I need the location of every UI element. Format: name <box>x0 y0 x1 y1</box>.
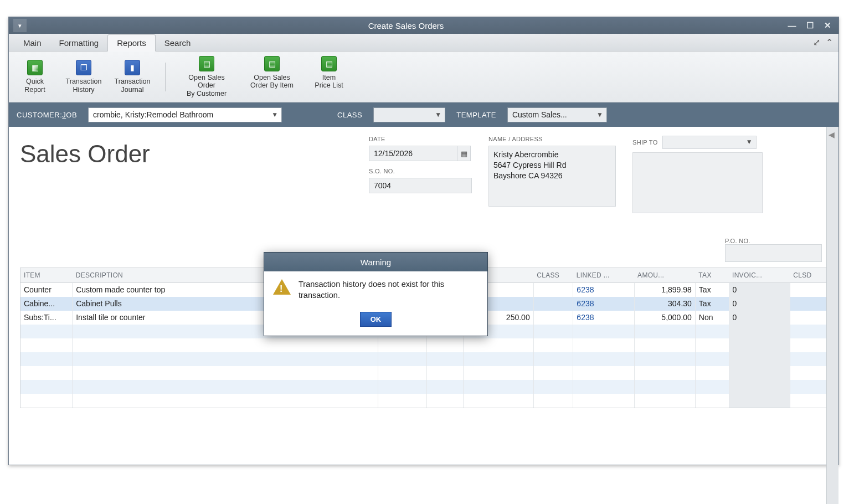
date-label: DATE <box>369 136 472 142</box>
list-icon: ▤ <box>264 56 280 71</box>
toolbar-separator <box>165 63 166 91</box>
warning-icon <box>273 279 291 295</box>
chevron-down-icon: ▼ <box>746 138 753 146</box>
window-titlebar: ▾ Create Sales Orders — ☐ ✕ <box>9 17 838 34</box>
col-item[interactable]: ITEM <box>20 268 73 283</box>
col-class[interactable]: CLASS <box>533 268 573 283</box>
sales-order-window: ▾ Create Sales Orders — ☐ ✕ Main Formatt… <box>8 17 839 465</box>
transaction-journal-button[interactable]: ▮ Transaction Journal <box>113 60 152 94</box>
transaction-history-button[interactable]: ❐ Transaction History <box>64 60 103 94</box>
name-address-box[interactable]: Kristy Abercrombie 5647 Cypress Hill Rd … <box>488 146 616 207</box>
ship-to-dropdown[interactable]: ▼ <box>662 136 757 149</box>
table-row[interactable] <box>20 338 827 352</box>
item-price-list-button[interactable]: ▤ Item Price List <box>310 56 348 90</box>
table-row[interactable] <box>20 352 827 366</box>
ribbon-tabbar: Main Formatting Reports Search ⤢ ⌃ <box>9 34 838 52</box>
so-no-input[interactable] <box>369 178 472 193</box>
ship-to-label: SHIP TO <box>632 139 658 146</box>
template-dropdown[interactable]: Custom Sales... ▼ <box>507 107 607 122</box>
dialog-message: Transaction history does not exist for t… <box>299 279 479 301</box>
collapse-ribbon-icon[interactable]: ⌃ <box>826 37 833 48</box>
window-controls: — ☐ ✕ <box>785 20 834 31</box>
open-sales-order-by-customer-button[interactable]: ▤ Open Sales Order By Customer <box>179 56 234 97</box>
col-linked[interactable]: LINKED ... <box>573 268 634 283</box>
chevron-left-icon: ◀ <box>829 130 835 139</box>
chevron-down-icon: ▼ <box>271 111 278 119</box>
table-row[interactable] <box>20 380 827 394</box>
table-row[interactable] <box>20 366 827 380</box>
col-clsd[interactable]: CLSD <box>790 268 826 283</box>
warning-dialog: Warning Transaction history does not exi… <box>264 252 488 336</box>
quick-report-button[interactable]: ▦ Quick Report <box>16 60 54 94</box>
tab-search[interactable]: Search <box>156 35 200 51</box>
window-title: Create Sales Orders <box>27 21 785 30</box>
po-label: P.O. NO. <box>725 238 822 244</box>
tab-formatting[interactable]: Formatting <box>50 35 108 51</box>
po-input[interactable] <box>725 244 822 262</box>
col-amount[interactable]: AMOU... <box>634 268 695 283</box>
maximize-button[interactable]: ☐ <box>803 20 816 31</box>
minimize-button[interactable]: — <box>785 20 799 31</box>
ribbon-toolbar: ▦ Quick Report ❐ Transaction History ▮ T… <box>9 52 838 102</box>
class-dropdown[interactable]: ▼ <box>373 107 445 122</box>
price-list-icon: ▤ <box>321 56 337 71</box>
tab-reports[interactable]: Reports <box>107 34 156 52</box>
side-panel-collapse[interactable]: ◀ <box>826 127 838 504</box>
expand-icon[interactable]: ⤢ <box>813 37 820 48</box>
chevron-down-icon: ▼ <box>596 111 603 119</box>
window-menu-icon[interactable]: ▾ <box>13 19 27 32</box>
template-label: TEMPLATE <box>456 111 496 119</box>
open-sales-order-by-item-button[interactable]: ▤ Open Sales Order By Item <box>244 56 300 90</box>
col-invoiced[interactable]: INVOIC... <box>729 268 790 283</box>
name-address-label: NAME / ADDRESS <box>488 136 616 142</box>
tab-main[interactable]: Main <box>14 35 50 51</box>
class-label: CLASS <box>337 111 362 119</box>
ship-to-box[interactable] <box>632 152 763 213</box>
table-row[interactable] <box>20 394 827 408</box>
list-icon: ▤ <box>199 56 214 71</box>
col-tax[interactable]: TAX <box>695 268 729 283</box>
chevron-down-icon: ▼ <box>435 111 441 119</box>
dialog-title: Warning <box>264 253 487 271</box>
ok-button[interactable]: OK <box>360 312 392 327</box>
date-input[interactable] <box>369 146 457 161</box>
customer-job-label: CUSTOMER:JOB <box>17 111 77 119</box>
report-icon: ▦ <box>27 60 43 75</box>
history-icon: ❐ <box>76 60 91 75</box>
header-bar: CUSTOMER:JOB crombie, Kristy:Remodel Bat… <box>9 102 838 127</box>
close-button[interactable]: ✕ <box>821 20 834 31</box>
calendar-icon[interactable]: ▦ <box>457 146 471 161</box>
customer-job-dropdown[interactable]: crombie, Kristy:Remodel Bathroom ▼ <box>88 107 282 122</box>
so-no-label: S.O. NO. <box>369 168 472 174</box>
journal-icon: ▮ <box>125 60 140 75</box>
